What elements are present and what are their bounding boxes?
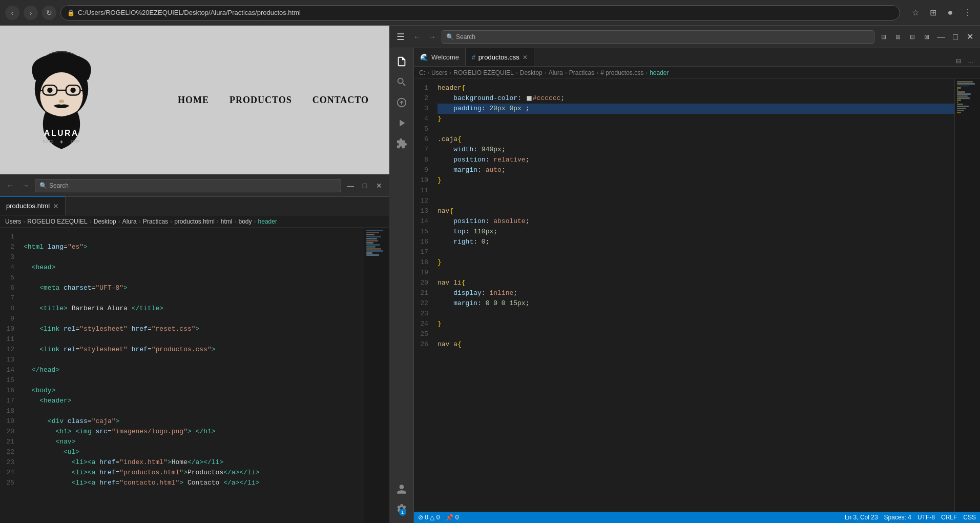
activity-search[interactable] — [392, 73, 411, 91]
back-button[interactable]: ‹ — [5, 6, 19, 20]
split-editor-btn[interactable]: ⊟ — [878, 31, 890, 43]
code-content: <html lang="es"> <head> <meta charset="U… — [18, 228, 364, 523]
editor-back-btn[interactable]: ← — [4, 179, 16, 192]
status-line-ending[interactable]: CRLF — [941, 514, 957, 521]
code-line-12: <link rel="stylesheet" href="productos.c… — [24, 345, 364, 355]
breadcrumb-alura[interactable]: Alura — [122, 218, 137, 225]
vscode-back-btn[interactable]: ← — [411, 31, 423, 43]
css-line-9: margin: auto; — [437, 165, 954, 175]
html-tab[interactable]: productos.html ✕ — [0, 196, 66, 215]
breadcrumb-html[interactable]: html — [221, 218, 233, 225]
bc-desktop[interactable]: Desktop — [520, 69, 543, 76]
css-line-10: } — [437, 175, 954, 186]
reload-button[interactable]: ↻ — [42, 6, 56, 20]
address-bar[interactable]: 🔒 C:/Users/ROGELIO%20EZEQUIEL/Desktop/Al… — [60, 5, 900, 21]
search-icon: 🔍 — [39, 182, 47, 189]
css-line-5 — [437, 124, 954, 134]
code-line-16: <body> — [24, 386, 364, 396]
activity-run[interactable] — [392, 114, 411, 132]
breadcrumb-file[interactable]: productos.html — [174, 218, 215, 225]
editor-search-box[interactable]: 🔍 Search — [35, 179, 341, 192]
vscode-maximize-btn[interactable]: □ — [949, 31, 962, 43]
minimap — [364, 228, 389, 523]
status-left: ⊘ 0 △ 0 📌 0 — [418, 514, 458, 521]
activity-files[interactable] — [392, 52, 411, 71]
html-tab-close[interactable]: ✕ — [53, 202, 59, 210]
breadcrumb-current[interactable]: header — [258, 218, 277, 225]
alura-logo: ALURA ESTD 2020 — [20, 49, 102, 151]
css-tab[interactable]: # productos.css ✕ — [466, 48, 534, 66]
bookmark-button[interactable]: ☆ — [908, 6, 923, 20]
bc-alura[interactable]: Alura — [549, 69, 563, 76]
vscode-close-btn[interactable]: ✕ — [964, 31, 976, 43]
bc-practicas[interactable]: Practicas — [569, 69, 594, 76]
vscode-minimize-btn[interactable]: — — [935, 31, 947, 43]
split-view-btn[interactable]: ⊟ — [953, 56, 964, 66]
code-line-3 — [24, 252, 364, 263]
bc-users[interactable]: Users — [431, 69, 447, 76]
status-spaces[interactable]: Spaces: 4 — [884, 514, 911, 521]
code-line-10: <link rel="stylesheet" href="reset.css"> — [24, 324, 364, 334]
css-line-23 — [437, 309, 954, 319]
nav-productos[interactable]: PRODUCTOS — [230, 95, 292, 106]
layout3-btn[interactable]: ⊠ — [921, 31, 933, 43]
layout2-btn[interactable]: ⊟ — [906, 31, 919, 43]
more-actions-btn[interactable]: … — [966, 56, 976, 66]
minimize-btn[interactable]: — — [344, 179, 357, 192]
css-line-16: right: 0; — [437, 237, 954, 247]
svg-text:ESTD: ESTD — [43, 139, 53, 144]
css-line-7: width: 940px; — [437, 145, 954, 155]
activity-extensions[interactable] — [392, 134, 411, 153]
vscode-pane: ☰ ← → 🔍 Search ⊟ ⊞ ⊟ ⊠ — □ ✕ — [389, 26, 980, 523]
css-line-26: nav a{ — [437, 339, 954, 350]
status-encoding[interactable]: UTF-8 — [918, 514, 935, 521]
css-tab-close[interactable]: ✕ — [523, 54, 528, 61]
vscode-tabs-left: 🌊 Welcome # productos.css ✕ — [414, 48, 534, 66]
vscode-search-box[interactable]: 🔍 Search — [442, 30, 874, 44]
profile-button[interactable]: ● — [943, 6, 957, 20]
breadcrumb-desktop[interactable]: Desktop — [94, 218, 116, 225]
editor-toolbar: ← → 🔍 Search — □ ✕ — [0, 174, 389, 197]
code-line-17: <header> — [24, 396, 364, 406]
breadcrumb-users[interactable]: Users — [5, 218, 21, 225]
forward-button[interactable]: › — [24, 6, 38, 20]
vscode-forward-btn[interactable]: → — [426, 31, 439, 43]
bc-header-css[interactable]: header — [650, 69, 669, 76]
welcome-tab[interactable]: 🌊 Welcome — [414, 48, 466, 66]
code-area: 12345 678910 1112131415 1617181920 21222… — [0, 228, 389, 523]
activity-git[interactable] — [392, 93, 411, 112]
css-line-21: display: inline; — [437, 288, 954, 298]
activity-settings[interactable]: 1 — [392, 500, 411, 519]
nav-home[interactable]: HOME — [178, 95, 209, 106]
svg-point-9 — [70, 88, 75, 93]
css-tab-icon: # — [472, 54, 475, 61]
bc-user[interactable]: ROGELIO EZEQUIEL — [453, 69, 513, 76]
breadcrumb-body[interactable]: body — [239, 218, 252, 225]
layout-btn[interactable]: ⊞ — [892, 31, 904, 43]
browser-menu-button[interactable]: ⋮ — [961, 6, 975, 20]
status-language[interactable]: CSS — [963, 514, 976, 521]
activity-bar: 1 — [389, 48, 414, 523]
code-line-2: <html lang="es"> — [24, 242, 364, 252]
nav-contacto[interactable]: CONTACTO — [312, 95, 369, 106]
left-panel: ALURA ESTD 2020 HOME PRODUCTOS CONTACTO — [0, 26, 389, 523]
breadcrumb-practicas[interactable]: Practicas — [143, 218, 168, 225]
maximize-btn[interactable]: □ — [359, 179, 371, 192]
browser-chrome: ‹ › ↻ 🔒 C:/Users/ROGELIO%20EZEQUIEL/Desk… — [0, 0, 980, 26]
status-errors[interactable]: ⊘ 0 △ 0 — [418, 514, 440, 521]
activity-accounts[interactable] — [392, 480, 411, 498]
status-line-col[interactable]: Ln 3, Col 23 — [845, 514, 878, 521]
vscode-menu-btn[interactable]: ☰ — [393, 30, 408, 44]
code-line-13 — [24, 355, 364, 365]
vscode-toolbar-actions: ⊟ ⊞ ⊟ ⊠ — □ ✕ — [878, 31, 976, 43]
close-btn[interactable]: ✕ — [373, 179, 385, 192]
preview-nav: HOME PRODUCTOS CONTACTO — [178, 95, 369, 106]
breadcrumb-user[interactable]: ROGELIO EZEQUIEL — [27, 218, 87, 225]
extensions-button[interactable]: ⊞ — [926, 6, 940, 20]
line-numbers: 12345 678910 1112131415 1617181920 21222… — [0, 228, 18, 523]
settings-badge: 1 — [399, 509, 406, 516]
url-text: C:/Users/ROGELIO%20EZEQUIEL/Desktop/Alur… — [78, 9, 301, 16]
bc-cssfile[interactable]: # productos.css — [600, 69, 643, 76]
editor-forward-btn[interactable]: → — [19, 179, 32, 192]
bc-c[interactable]: C: — [419, 69, 425, 76]
